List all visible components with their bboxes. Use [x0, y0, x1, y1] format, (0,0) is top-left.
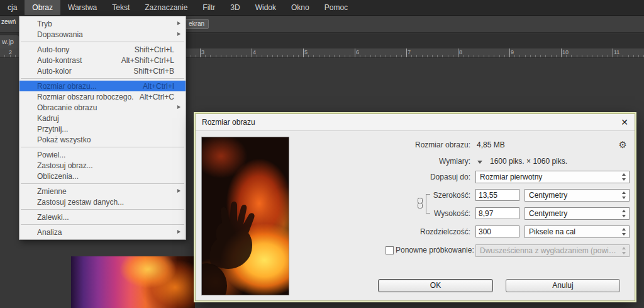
- dialog-titlebar[interactable]: Rozmiar obrazu ✕: [196, 114, 635, 131]
- menu-item-label: Auto-tony: [37, 45, 128, 54]
- dimensions-dropdown-icon[interactable]: [475, 157, 485, 167]
- ruler-number: 11: [614, 49, 619, 55]
- combo-arrows-icon: [619, 208, 629, 219]
- image-menu-item[interactable]: [21, 224, 184, 225]
- image-preview: [201, 137, 289, 295]
- ruler-number: 7: [408, 49, 411, 55]
- image-menu-item[interactable]: Zmienne: [19, 186, 186, 197]
- menubar-item[interactable]: cja: [0, 0, 25, 15]
- resample-select: Dwusześcienna z wygładzaniem (powięk...: [475, 244, 630, 257]
- image-menu-item[interactable]: Auto-kontrast Alt+Shift+Ctrl+L: [19, 55, 186, 66]
- menubar-item[interactable]: Pomoc: [317, 0, 355, 15]
- submenu-arrow-icon: [174, 102, 182, 113]
- menu-item-label: Rozmiar obrazu...: [37, 82, 136, 91]
- image-menu-item[interactable]: Przytnij...: [19, 123, 186, 134]
- image-menu-item[interactable]: Rozmiar obrazu... Alt+Ctrl+I: [19, 81, 186, 91]
- menubar-item[interactable]: Widok: [248, 0, 284, 15]
- ruler-number: 8: [459, 49, 462, 55]
- image-menu-dropdown: Tryb Dopasowania Auto-tony Shift+Ctrl+L …: [19, 16, 186, 240]
- image-menu-item[interactable]: Zalewki...: [19, 212, 186, 222]
- dimensions-label: Wymiary:: [345, 156, 470, 168]
- image-menu-item[interactable]: Pokaż wszystko: [19, 134, 186, 145]
- fit-to-label: Dopasuj do:: [345, 171, 470, 183]
- image-menu-item[interactable]: Analiza: [19, 227, 186, 237]
- menu-item-label: Analiza: [37, 228, 168, 237]
- menu-item-shortcut: Alt+Shift+Ctrl+L: [121, 56, 174, 65]
- image-menu-item[interactable]: Zastosuj obraz...: [19, 160, 186, 171]
- image-menu-item[interactable]: Powiel...: [19, 149, 186, 160]
- submenu-arrow-icon: [174, 186, 182, 197]
- image-menu-item[interactable]: [21, 209, 184, 210]
- menu-item-label: Auto-kolor: [37, 67, 127, 76]
- image-menu-item[interactable]: Auto-kolor Shift+Ctrl+B: [19, 66, 186, 76]
- image-menu-item[interactable]: Obliczenia...: [19, 171, 186, 181]
- menu-item-label: Zastosuj obraz...: [37, 161, 168, 170]
- resolution-unit-value: Piksele na cal: [525, 226, 629, 237]
- screen-mode-button[interactable]: ekran: [184, 19, 209, 29]
- image-menu-item[interactable]: Obracanie obrazu: [19, 102, 186, 113]
- close-icon[interactable]: ✕: [618, 116, 631, 128]
- width-label: Szerokość:: [345, 190, 470, 202]
- menubar-item[interactable]: Obraz: [25, 0, 60, 15]
- ruler-number: 6: [356, 49, 359, 55]
- submenu-arrow-icon: [174, 55, 182, 66]
- menu-item-label: Przytnij...: [37, 125, 168, 134]
- menubar-item[interactable]: Okno: [284, 0, 317, 15]
- menubar-item[interactable]: 3D: [223, 0, 247, 15]
- resample-checkbox[interactable]: [386, 246, 394, 254]
- image-menu-item[interactable]: Zastosuj zestaw danych...: [19, 197, 186, 207]
- cancel-button[interactable]: Anuluj: [506, 279, 620, 292]
- image-menu-item[interactable]: Kadruj: [19, 113, 186, 123]
- menu-item-label: Obracanie obrazu: [37, 103, 168, 112]
- menu-item-label: Zalewki...: [37, 213, 168, 222]
- submenu-arrow-icon: [174, 66, 182, 76]
- ruler-number: 3: [201, 49, 204, 55]
- combo-arrows-icon: [619, 190, 629, 201]
- image-size-label: Rozmiar obrazu:: [345, 139, 470, 151]
- photoshop-window: cjaObrazWarstwaTekstZaznaczanieFiltr3DWi…: [0, 0, 644, 308]
- submenu-arrow-icon: [174, 44, 182, 55]
- resample-value: Dwusześcienna z wygładzaniem (powięk...: [476, 245, 629, 256]
- menu-item-label: Dopasowania: [37, 30, 168, 39]
- height-unit-value: Centymetry: [525, 208, 629, 219]
- image-menu-item[interactable]: [21, 147, 184, 147]
- options-panel-fragment: zewń: [1, 18, 16, 25]
- submenu-arrow-icon: [174, 123, 182, 134]
- height-label: Wysokość:: [345, 208, 470, 220]
- menubar-item[interactable]: Tekst: [104, 0, 137, 15]
- submenu-arrow-icon: [174, 160, 182, 171]
- height-unit-select[interactable]: Centymetry: [525, 207, 630, 220]
- menu-item-label: Tryb: [37, 20, 168, 28]
- width-input[interactable]: [475, 189, 519, 201]
- menubar-item[interactable]: Warstwa: [60, 0, 104, 15]
- submenu-arrow-icon: [174, 91, 182, 102]
- height-input[interactable]: [475, 207, 519, 219]
- submenu-arrow-icon: [174, 18, 182, 29]
- ok-button[interactable]: OK: [378, 279, 493, 292]
- resolution-input[interactable]: [475, 225, 519, 237]
- menubar-item[interactable]: Filtr: [195, 0, 223, 15]
- width-unit-select[interactable]: Centymetry: [525, 189, 630, 202]
- image-menu-item[interactable]: [21, 42, 184, 42]
- image-size-value: 4,85 MB: [477, 139, 505, 151]
- image-menu-item[interactable]: Tryb: [19, 18, 186, 29]
- image-menu-item[interactable]: Dopasowania: [19, 29, 186, 40]
- document-tab[interactable]: w.jp: [0, 35, 19, 48]
- menu-item-label: Kadruj: [37, 114, 168, 123]
- image-menu-item[interactable]: Rozmiar obszaru roboczego... Alt+Ctrl+C: [19, 91, 186, 102]
- gear-icon[interactable]: ⚙: [619, 139, 627, 151]
- image-menu-item[interactable]: Auto-tony Shift+Ctrl+L: [19, 44, 186, 55]
- submenu-arrow-icon: [174, 134, 182, 145]
- image-menu-item[interactable]: [21, 78, 184, 79]
- width-unit-value: Centymetry: [525, 190, 629, 201]
- submenu-arrow-icon: [174, 81, 182, 91]
- image-menu-item[interactable]: [21, 183, 184, 184]
- resolution-unit-select[interactable]: Piksele na cal: [525, 225, 630, 238]
- menubar-item[interactable]: Zaznaczanie: [137, 0, 195, 15]
- resample-label: Ponowne próbkowanie:: [396, 244, 470, 256]
- submenu-arrow-icon: [174, 227, 182, 237]
- fit-to-select[interactable]: Rozmiar pierwotny: [475, 171, 630, 183]
- combo-arrows-icon: [619, 226, 629, 237]
- menu-item-label: Auto-kontrast: [37, 56, 115, 65]
- ruler-number: 5: [304, 49, 308, 55]
